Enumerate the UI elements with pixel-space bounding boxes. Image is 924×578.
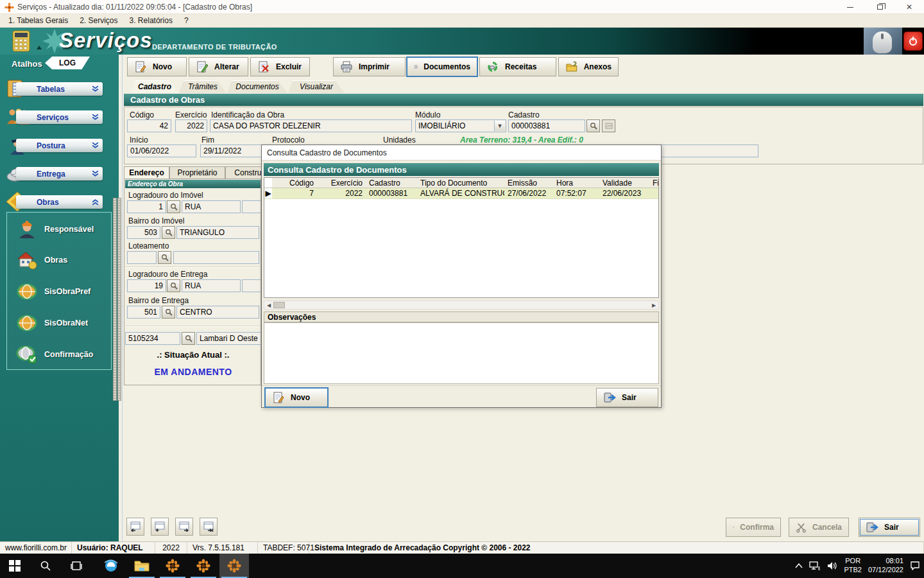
close-button[interactable]: ✕ <box>894 0 924 14</box>
bairro-imovel-lookup-button[interactable] <box>162 226 175 239</box>
logradouro-entrega-code-field[interactable]: 19 <box>127 279 166 292</box>
novo-button[interactable]: Novo <box>127 57 187 76</box>
sidebar-item-responsavel[interactable]: Responsável <box>7 216 111 242</box>
sidebar-item-sisobranet[interactable]: SisObraNet <box>7 310 111 336</box>
power-button[interactable] <box>903 31 923 51</box>
excluir-button[interactable]: Excluir <box>250 57 310 76</box>
col-validade[interactable]: Validade <box>599 178 649 188</box>
action-center-icon[interactable] <box>910 561 920 570</box>
sidebar-item-confirmacao[interactable]: Confirmação <box>7 342 111 367</box>
alterar-button[interactable]: Alterar <box>189 57 248 76</box>
tab-documentos[interactable]: Documentos <box>227 80 287 93</box>
cadastro-lookup-button[interactable] <box>586 119 600 132</box>
col-cadastro[interactable]: Cadastro <box>366 178 417 188</box>
logradouro-imovel-lookup-button[interactable] <box>167 200 180 213</box>
tray-expand-icon[interactable] <box>795 563 803 568</box>
imprimir-button[interactable]: Imprimir <box>333 57 406 76</box>
anexos-button[interactable]: Anexos <box>558 57 619 76</box>
menu-help[interactable]: ? <box>178 15 194 26</box>
maximize-button[interactable] <box>865 0 894 14</box>
loteamento-lookup-button[interactable] <box>158 251 171 264</box>
subtab-proprietario[interactable]: Proprietário <box>169 166 225 179</box>
dialog-titlebar[interactable]: Consulta Cadastro de Documentos <box>262 145 661 161</box>
taskbar-clock[interactable]: 08:01 07/12/2022 <box>868 557 903 575</box>
bairro-imovel-field[interactable]: TRIANGULO <box>176 226 259 239</box>
col-hora[interactable]: Hora <box>553 178 599 188</box>
logradouro-imovel-extra-field[interactable] <box>242 200 261 213</box>
col-emissao[interactable]: Emissão <box>504 178 553 188</box>
codigo-field[interactable]: 42 <box>127 119 171 132</box>
sidebar-item-postura[interactable]: Postura <box>16 139 103 152</box>
loteamento-code-field[interactable] <box>127 251 157 264</box>
receitas-button[interactable]: Receitas <box>479 57 556 76</box>
municipio-code-field[interactable]: 5105234 <box>125 332 180 345</box>
col-exercicio[interactable]: Exercício <box>317 178 366 188</box>
taskbar-app3-button[interactable] <box>219 554 249 578</box>
modulo-select[interactable]: IMOBILIÁRIO ▼ <box>415 119 506 132</box>
sidebar-item-sisobrapref[interactable]: SisObraPref <box>7 279 111 304</box>
row-marker-icon: ▶ <box>264 188 272 198</box>
sidebar-item-tabelas[interactable]: Tabelas <box>16 82 103 96</box>
cadastro-field[interactable]: 000003881 <box>508 119 585 132</box>
inicio-field[interactable]: 01/06/2022 <box>127 144 196 157</box>
bairro-imovel-code-field[interactable]: 503 <box>127 226 160 239</box>
logradouro-entrega-extra-field[interactable] <box>242 279 261 292</box>
dialog-sair-button[interactable]: Sair <box>596 388 658 407</box>
municipio-lookup-button[interactable] <box>182 332 195 345</box>
subtab-endereco[interactable]: Endereço <box>124 166 169 179</box>
sidebar-item-servicos[interactable]: Serviços <box>16 110 103 124</box>
horizontal-scrollbar[interactable]: ◀ ▶ <box>264 301 659 310</box>
taskbar-search-button[interactable] <box>31 554 60 578</box>
taskbar-app1-button[interactable] <box>158 554 187 578</box>
dialog-novo-button[interactable]: Novo <box>265 388 328 407</box>
nav-first-button[interactable] <box>126 518 144 536</box>
tab-visualizar[interactable]: Visualizar <box>288 80 345 93</box>
identificacao-field[interactable]: CASA DO PASTOR DELZENIR <box>210 119 412 132</box>
task-view-button[interactable] <box>62 554 91 578</box>
table-row[interactable]: ▶ 7 2022 000003881 ALVARÁ DE CONSTRUÇ 27… <box>264 188 658 199</box>
fim-field[interactable]: 29/11/2022 <box>200 144 262 157</box>
speaker-icon[interactable] <box>827 561 837 570</box>
sidebar-item-obras[interactable]: Obras <box>16 195 103 209</box>
exercicio-field[interactable]: 2022 <box>175 119 207 132</box>
menu-servicos[interactable]: 2. Serviços <box>74 15 123 26</box>
sidebar-item-obras-sub[interactable]: Obras <box>7 247 111 273</box>
nav-next-button[interactable] <box>175 518 193 536</box>
bairro-entrega-code-field[interactable]: 501 <box>127 306 160 319</box>
taskbar-explorer-button[interactable] <box>127 554 157 578</box>
col-codigo[interactable]: Código <box>272 178 317 188</box>
chevron-down-icon[interactable]: ▼ <box>494 121 505 131</box>
scroll-left-icon[interactable]: ◀ <box>264 301 273 309</box>
col-fin[interactable]: Fin <box>649 178 658 188</box>
tab-tramites[interactable]: Trâmites <box>179 80 227 93</box>
splitter-bars[interactable] <box>113 198 122 401</box>
menu-tabelas-gerais[interactable]: 1. Tabelas Gerais <box>3 15 74 26</box>
minimize-button[interactable] <box>835 0 865 14</box>
documentos-button[interactable]: Documentos <box>407 57 477 76</box>
logradouro-entrega-tipo-field[interactable]: RUA <box>182 279 241 292</box>
nav-insert-button[interactable] <box>151 518 169 536</box>
col-tipo-documento[interactable]: Tipo do Documento <box>417 178 504 188</box>
chevron-up-icon <box>91 198 99 206</box>
language-indicator[interactable]: POR PTB2 <box>844 557 862 575</box>
bairro-entrega-field[interactable]: CENTRO <box>176 306 259 319</box>
tab-cadastro[interactable]: Cadastro <box>131 80 178 93</box>
logradouro-imovel-code-field[interactable]: 1 <box>127 200 166 213</box>
log-tab[interactable]: LOG <box>45 57 90 69</box>
taskbar-app2-button[interactable] <box>189 554 218 578</box>
municipio-field[interactable]: Lambari D Oeste <box>196 332 261 345</box>
loteamento-field[interactable] <box>173 251 259 264</box>
menu-relatorios[interactable]: 3. Relatórios <box>124 15 178 26</box>
logradouro-entrega-lookup-button[interactable] <box>167 279 180 292</box>
taskbar-ie-button[interactable] <box>96 554 126 578</box>
scroll-right-icon[interactable]: ▶ <box>649 301 658 309</box>
observacoes-textarea[interactable] <box>264 322 659 384</box>
sidebar-item-entrega[interactable]: Entrega <box>16 167 103 180</box>
network-icon[interactable] <box>809 561 821 570</box>
bairro-entrega-lookup-button[interactable] <box>162 306 175 319</box>
scrollbar-thumb[interactable] <box>273 302 285 308</box>
start-button[interactable] <box>0 554 30 578</box>
sair-button[interactable]: Sair <box>859 518 920 537</box>
logradouro-imovel-tipo-field[interactable]: RUA <box>182 200 241 213</box>
nav-last-button[interactable] <box>200 518 218 536</box>
